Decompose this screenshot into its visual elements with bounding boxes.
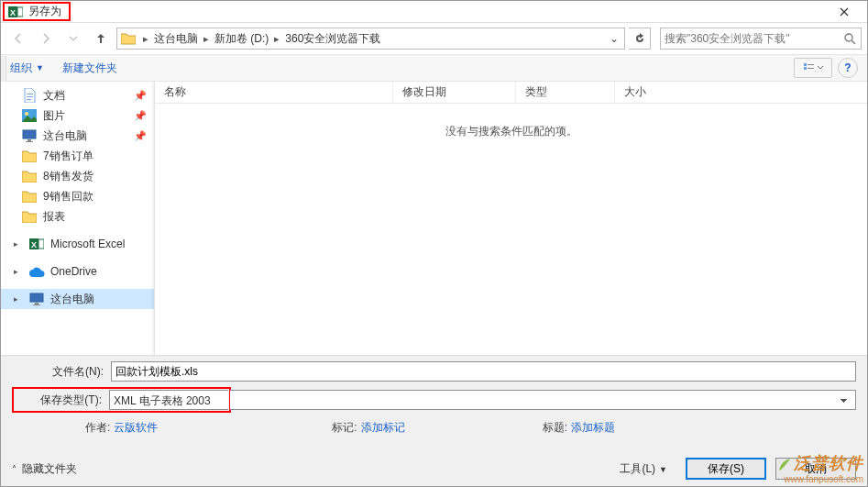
sidebar-item-onedrive[interactable]: ▸ OneDrive — [1, 261, 154, 282]
nav-forward-button[interactable] — [34, 28, 58, 49]
pin-icon: 📌 — [134, 110, 147, 122]
nav-bar: ▸ 这台电脑 ▸ 新加卷 (D:) ▸ 360安全浏览器下载 ⌄ — [1, 23, 867, 54]
window-title: 另存为 — [28, 4, 67, 19]
search-input[interactable] — [665, 32, 842, 45]
search-box[interactable] — [660, 28, 862, 50]
author-label: 作者: — [85, 420, 110, 436]
column-size[interactable]: 大小 — [615, 82, 698, 103]
svg-point-12 — [25, 112, 28, 116]
title-label: 标题: — [543, 420, 567, 436]
footer: ˄隐藏文件夹 工具(L)▼ 保存(S) 取消 — [12, 458, 856, 480]
picture-icon — [21, 107, 38, 124]
chevron-down-icon: ▼ — [659, 465, 667, 474]
title-value[interactable]: 添加标题 — [571, 420, 615, 436]
folder-icon — [119, 29, 137, 48]
close-button[interactable] — [823, 2, 865, 22]
chevron-right-icon[interactable]: ▸ — [269, 33, 285, 45]
svg-rect-21 — [33, 304, 40, 305]
chevron-right-icon[interactable]: ▸ — [137, 33, 154, 45]
sidebar-item-folder[interactable]: 报表 — [1, 206, 154, 227]
svg-rect-8 — [27, 94, 33, 94]
sidebar-item-label: 报表 — [43, 209, 65, 225]
new-folder-button[interactable]: 新建文件夹 — [62, 61, 117, 76]
sidebar-item-thispc-selected[interactable]: ▸ 这台电脑 — [1, 289, 154, 309]
search-icon[interactable] — [842, 33, 857, 45]
chevron-right-icon[interactable]: ▸ — [14, 294, 23, 304]
filetype-value-visible[interactable]: XML 电子表格 2003 — [109, 390, 228, 410]
monitor-icon — [28, 291, 45, 307]
svg-rect-10 — [27, 99, 31, 100]
view-button[interactable] — [794, 58, 832, 78]
bottom-panel: 文件名(N): 回款计划模板.xls 保存类型(T): XML 电子表格 200… — [1, 355, 867, 487]
tools-button[interactable]: 工具(L)▼ — [620, 461, 667, 477]
breadcrumb-seg[interactable]: 360安全浏览器下载 — [285, 31, 380, 47]
filename-row: 文件名(N): 回款计划模板.xls — [12, 361, 856, 382]
svg-text:X: X — [31, 240, 37, 249]
title-highlight: X 另存为 — [3, 2, 71, 21]
filename-label: 文件名(N): — [12, 364, 111, 380]
svg-rect-14 — [27, 139, 31, 141]
organize-button[interactable]: 组织▼ — [10, 61, 44, 76]
sidebar-item-excel[interactable]: ▸ X Microsoft Excel — [1, 234, 154, 254]
column-header: 名称 修改日期 类型 大小 — [155, 82, 867, 104]
breadcrumb-dropdown[interactable]: ⌄ — [606, 32, 622, 45]
filetype-highlight: 保存类型(T): XML 电子表格 2003 — [12, 387, 231, 413]
folder-icon — [21, 208, 38, 225]
pin-icon: 📌 — [134, 90, 147, 102]
titlebar: X 另存为 — [1, 1, 867, 23]
svg-point-3 — [845, 34, 852, 41]
pin-icon: 📌 — [134, 130, 147, 142]
chevron-right-icon[interactable]: ▸ — [14, 267, 23, 276]
filetype-label: 保存类型(T): — [15, 393, 109, 408]
sidebar-item-thispc[interactable]: 这台电脑 📌 — [1, 126, 154, 146]
filetype-row: 保存类型(T): XML 电子表格 2003 — [12, 387, 856, 413]
svg-rect-6 — [808, 64, 814, 65]
filetype-field[interactable] — [230, 390, 856, 410]
save-button[interactable]: 保存(S) — [686, 458, 766, 480]
svg-rect-19 — [30, 293, 43, 302]
chevron-right-icon[interactable]: ▸ — [14, 239, 23, 249]
sidebar-item-label: 8销售发货 — [43, 169, 93, 184]
svg-rect-13 — [23, 130, 36, 138]
chevron-right-icon[interactable]: ▸ — [198, 33, 214, 45]
breadcrumb-seg[interactable]: 这台电脑 — [154, 31, 198, 47]
monitor-icon — [21, 127, 38, 144]
sidebar-item-documents[interactable]: 文档 📌 — [1, 85, 154, 105]
sidebar-item-label: Microsoft Excel — [50, 238, 125, 250]
sidebar-item-label: 这台电脑 — [43, 128, 87, 144]
column-date[interactable]: 修改日期 — [393, 82, 516, 103]
nav-up-button[interactable] — [89, 28, 113, 49]
sidebar-item-label: 图片 — [43, 108, 65, 124]
sidebar-item-folder[interactable]: 8销售发货 — [1, 166, 154, 186]
sidebar-item-pictures[interactable]: 图片 📌 — [1, 105, 154, 126]
excel-icon: X — [28, 236, 45, 252]
svg-rect-20 — [35, 303, 38, 304]
cancel-button[interactable]: 取消 — [775, 458, 856, 480]
refresh-button[interactable] — [629, 28, 651, 50]
nav-recent-button[interactable] — [61, 28, 85, 49]
help-button[interactable]: ? — [838, 58, 858, 78]
breadcrumb[interactable]: ▸ 这台电脑 ▸ 新加卷 (D:) ▸ 360安全浏览器下载 ⌄ — [116, 28, 625, 50]
sidebar-item-folder[interactable]: 9销售回款 — [1, 186, 154, 206]
nav-back-button[interactable] — [6, 28, 30, 49]
caret-up-icon: ˄ — [12, 464, 16, 474]
folder-icon — [21, 188, 38, 205]
column-name[interactable]: 名称 — [155, 82, 393, 103]
svg-rect-17 — [38, 239, 44, 249]
svg-rect-9 — [27, 96, 33, 97]
filename-field[interactable]: 回款计划模板.xls — [111, 361, 856, 382]
file-list-area: 名称 修改日期 类型 大小 没有与搜索条件匹配的项。 — [155, 82, 867, 355]
column-type[interactable]: 类型 — [516, 82, 615, 103]
hide-folders-button[interactable]: ˄隐藏文件夹 — [12, 461, 77, 477]
sidebar-item-label: 9销售回款 — [43, 189, 93, 205]
svg-rect-7 — [808, 68, 814, 69]
breadcrumb-seg[interactable]: 新加卷 (D:) — [214, 31, 269, 47]
tag-value[interactable]: 添加标记 — [361, 420, 405, 436]
toolbar: 组织▼ 新建文件夹 ? — [1, 54, 867, 82]
sidebar: 文档 📌 图片 📌 这台电脑 📌 7销售订单 8销售发货 9销售回款 报表 — [1, 82, 155, 355]
svg-text:X: X — [10, 8, 16, 17]
author-value[interactable]: 云版软件 — [114, 420, 158, 436]
sidebar-item-folder[interactable]: 7销售订单 — [1, 146, 154, 166]
svg-rect-1 — [17, 7, 23, 17]
tag-label: 标记: — [332, 420, 357, 436]
